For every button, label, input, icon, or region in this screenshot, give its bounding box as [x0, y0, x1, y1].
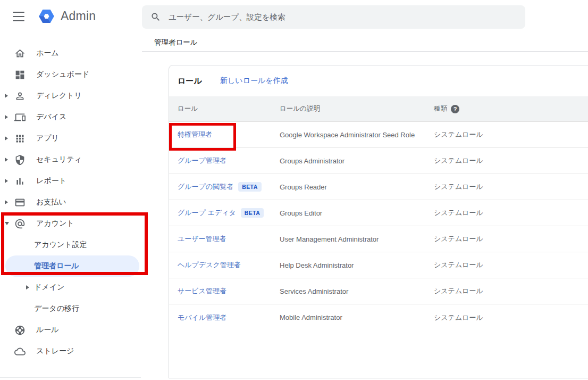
table-row: モバイル管理者Mobile Administratorシステムロール: [169, 304, 588, 331]
admin-logo[interactable]: Admin: [37, 7, 96, 26]
chevron-right-icon[interactable]: [5, 136, 8, 141]
card-header: ロール 新しいロールを作成: [169, 65, 588, 96]
topbar: Admin: [0, 0, 588, 33]
role-type: システムロール: [434, 286, 483, 296]
steering-wheel-icon: [14, 325, 26, 336]
bar-chart-icon: [14, 176, 26, 187]
role-link[interactable]: ユーザー管理者: [178, 234, 226, 244]
sidebar-item-ダッシュボード[interactable]: ダッシュボード: [0, 64, 141, 85]
table-row: 特権管理者Google Workspace Administrator Seed…: [169, 122, 588, 148]
table-row: グループ管理者Groups Administratorシステムロール: [169, 148, 588, 174]
sidebar-item-label: 管理者ロール: [34, 261, 79, 271]
sidebar-item-デバイス[interactable]: デバイス: [0, 106, 141, 128]
role-type: システムロール: [434, 208, 483, 218]
column-header-role: ロール: [178, 104, 198, 113]
role-link[interactable]: サービス管理者: [178, 286, 226, 296]
sidebar-item-ホーム[interactable]: ホーム: [0, 43, 141, 64]
home-icon: [14, 48, 26, 59]
admin-console-page: Admin ホームダッシュボードディレクトリデバイスアプリセキュリティレポートお…: [0, 0, 588, 380]
sidebar-item-アカウント設定[interactable]: アカウント設定: [0, 234, 141, 255]
credit-card-icon: [14, 197, 26, 208]
table-row: グループ エディタBETAGroups Editorシステムロール: [169, 200, 588, 226]
sidebar: ホームダッシュボードディレクトリデバイスアプリセキュリティレポートお支払いアカウ…: [0, 33, 141, 380]
role-link[interactable]: グループ エディタ: [178, 208, 236, 218]
role-description: Google Workspace Administrator Seed Role: [280, 131, 415, 139]
sidebar-item-label: アカウント設定: [34, 240, 87, 250]
role-type: システムロール: [434, 260, 483, 270]
chevron-down-icon[interactable]: [5, 222, 9, 225]
sidebar-item-レポート[interactable]: レポート: [0, 170, 141, 192]
table-row: ユーザー管理者User Management Administratorシステム…: [169, 226, 588, 252]
table-row: ヘルプデスク管理者Help Desk Administratorシステムロール: [169, 252, 588, 278]
chevron-right-icon[interactable]: [26, 285, 29, 290]
chevron-right-icon[interactable]: [5, 115, 8, 119]
sidebar-item-データの移行[interactable]: データの移行: [0, 298, 141, 319]
role-description: Groups Reader: [280, 183, 327, 191]
sidebar-item-label: ドメイン: [34, 283, 64, 292]
chevron-right-icon[interactable]: [5, 158, 8, 162]
sidebar-item-label: レポート: [36, 176, 66, 186]
role-link[interactable]: グループの閲覧者: [178, 182, 233, 192]
role-type: システムロール: [434, 130, 483, 139]
menu-icon[interactable]: [13, 11, 26, 22]
shield-icon: [14, 154, 26, 166]
sidebar-item-アカウント[interactable]: アカウント: [0, 213, 141, 234]
sidebar-item-label: データの移行: [34, 304, 79, 313]
chevron-right-icon[interactable]: [5, 179, 8, 183]
sidebar-divider: [0, 377, 141, 378]
sidebar-item-label: アカウント: [36, 219, 74, 228]
beta-badge: BETA: [241, 208, 264, 218]
role-cell: ヘルプデスク管理者: [178, 260, 241, 270]
person-icon: [14, 90, 26, 102]
role-cell: モバイル管理者: [178, 313, 226, 323]
chevron-right-icon[interactable]: [5, 94, 8, 98]
role-type: システムロール: [434, 313, 483, 323]
sidebar-item-アプリ[interactable]: アプリ: [0, 128, 141, 149]
role-cell: グループ エディタBETA: [178, 208, 264, 218]
sidebar-item-label: お支払い: [36, 197, 66, 207]
role-link[interactable]: 特権管理者: [178, 130, 212, 139]
sidebar-item-label: アプリ: [36, 134, 59, 143]
sidebar-item-ストレージ[interactable]: ストレージ: [0, 341, 141, 362]
role-description: Mobile Administrator: [280, 313, 342, 321]
app-title: Admin: [61, 9, 96, 23]
dashboard-icon: [14, 69, 26, 80]
role-description: Services Administrator: [280, 287, 348, 295]
sidebar-item-ルール[interactable]: ルール: [0, 319, 141, 341]
role-type: システムロール: [434, 182, 483, 192]
sidebar-item-label: デバイス: [36, 112, 66, 122]
help-icon[interactable]: ?: [451, 105, 459, 113]
apps-icon: [14, 133, 26, 144]
google-admin-hexagon-icon: [37, 7, 56, 26]
role-link[interactable]: グループ管理者: [178, 156, 226, 166]
sidebar-item-お支払い[interactable]: お支払い: [0, 192, 141, 213]
create-role-link[interactable]: 新しいロールを作成: [220, 76, 288, 86]
role-cell: グループ管理者: [178, 156, 226, 166]
sidebar-item-ディレクトリ[interactable]: ディレクトリ: [0, 85, 141, 106]
role-description: Help Desk Administrator: [280, 261, 354, 269]
sidebar-item-label: ホーム: [36, 48, 59, 58]
search-bar[interactable]: [142, 5, 525, 29]
sidebar-item-ドメイン[interactable]: ドメイン: [0, 277, 141, 298]
content-divider: [142, 51, 588, 52]
table-header-row: ロール ロールの説明 種類 ?: [169, 96, 588, 122]
role-type: システムロール: [434, 156, 483, 166]
sidebar-item-label: ダッシュボード: [36, 70, 89, 79]
role-description: Groups Editor: [280, 209, 322, 217]
role-description: User Management Administrator: [280, 235, 379, 243]
role-cell: ユーザー管理者: [178, 234, 226, 244]
sidebar-item-セキュリティ[interactable]: セキュリティ: [0, 149, 141, 170]
chevron-right-icon[interactable]: [5, 200, 8, 204]
search-input[interactable]: [169, 13, 517, 21]
role-cell: グループの閲覧者BETA: [178, 182, 262, 192]
roles-card: ロール 新しいロールを作成 ロール ロールの説明 種類 ? 特権管理者Googl…: [169, 65, 588, 378]
cloud-icon: [14, 346, 26, 357]
role-link[interactable]: ヘルプデスク管理者: [178, 260, 241, 270]
role-cell: サービス管理者: [178, 286, 226, 296]
breadcrumb: 管理者ロール: [154, 38, 198, 47]
role-link[interactable]: モバイル管理者: [178, 313, 226, 323]
beta-badge: BETA: [238, 182, 261, 192]
table-body: 特権管理者Google Workspace Administrator Seed…: [169, 122, 588, 331]
table-row: グループの閲覧者BETAGroups Readerシステムロール: [169, 174, 588, 200]
sidebar-item-管理者ロール[interactable]: 管理者ロール: [0, 255, 141, 277]
